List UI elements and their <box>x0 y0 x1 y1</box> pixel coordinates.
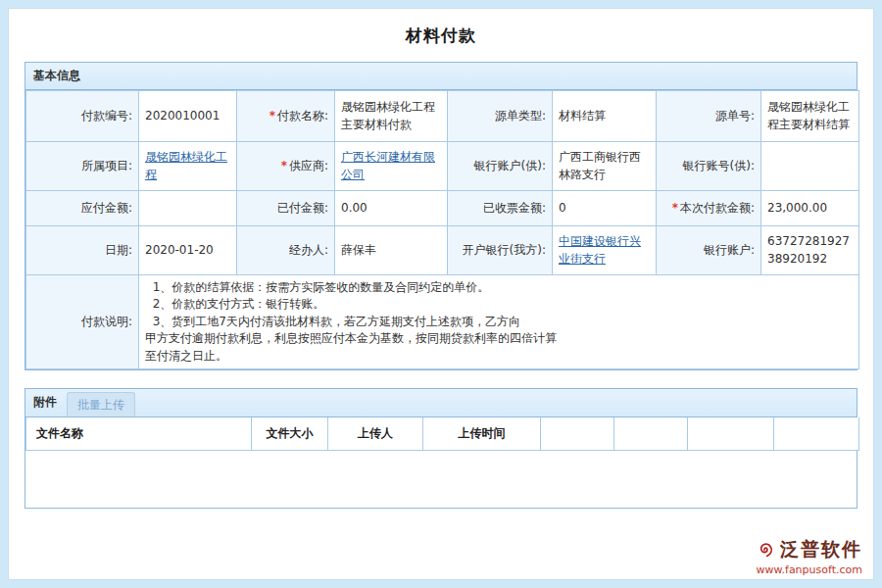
our-bank-label: 开户银行(我方): <box>448 226 553 275</box>
col-file-size: 文件大小 <box>252 417 328 451</box>
our-bank-account-value: 6372728192738920192 <box>761 226 859 275</box>
payment-no-label: 付款编号: <box>26 91 139 142</box>
fanpu-spiral-icon <box>753 538 776 562</box>
brand-row: 泛普软件 <box>753 537 862 563</box>
our-bank-value: 中国建设银行兴业街支行 <box>553 226 657 275</box>
basic-info-table: 付款编号: 2020010001 *付款名称: 晟铭园林绿化工程主要材料付款 源… <box>25 90 859 369</box>
required-mark: * <box>270 109 275 122</box>
attachments-table: 文件名称 文件大小 上传人 上传时间 <box>25 417 859 451</box>
required-mark: * <box>281 159 287 172</box>
batch-upload-button[interactable]: 批量上传 <box>67 392 135 416</box>
supplier-bank-account-label: 银行账户(供): <box>448 142 553 191</box>
attachments-header: 附件 批量上传 <box>25 389 857 417</box>
basic-info-section: 基本信息 付款编号: 2020010001 *付款名称: 晟铭园林绿化工程主要材… <box>24 62 858 370</box>
invoiced-amount-label: 已收票金额: <box>448 191 553 226</box>
col-empty-3 <box>688 417 774 451</box>
table-row: 付款编号: 2020010001 *付款名称: 晟铭园林绿化工程主要材料付款 源… <box>26 91 859 142</box>
required-mark: * <box>672 201 678 215</box>
supplier-label-text: 供应商: <box>289 159 328 172</box>
project-label: 所属项目: <box>26 142 139 191</box>
source-no-label: 源单号: <box>657 91 761 142</box>
footer-brand: 泛普软件 www.fanpusoft.com <box>753 537 862 576</box>
col-upload-time: 上传时间 <box>423 417 541 451</box>
supplier-label: *供应商: <box>237 142 335 191</box>
project-link[interactable]: 晟铭园林绿化工程 <box>145 150 227 180</box>
brand-name: 泛普软件 <box>780 537 862 563</box>
payment-notes-value: 1、价款的结算依据：按需方实际签收的数量及合同约定的单价。 2、价款的支付方式：… <box>139 275 859 369</box>
source-type-value: 材料结算 <box>553 91 657 142</box>
handler-value: 薛保丰 <box>335 226 448 275</box>
paid-amount-value: 0.00 <box>335 191 448 226</box>
handler-label: 经办人: <box>237 226 335 275</box>
attachments-header-row: 文件名称 文件大小 上传人 上传时间 <box>26 417 859 451</box>
supplier-bank-account-value: 广西工商银行西林路支行 <box>553 142 657 191</box>
project-value: 晟铭园林绿化工程 <box>139 142 237 191</box>
supplier-value: 广西长河建材有限公司 <box>335 142 448 191</box>
our-bank-link[interactable]: 中国建设银行兴业街支行 <box>559 234 641 265</box>
attachments-section: 附件 批量上传 文件名称 文件大小 上传人 上传时间 <box>24 388 858 509</box>
supplier-bank-no-label: 银行账号(供): <box>657 142 761 191</box>
col-file-name: 文件名称 <box>26 417 252 451</box>
current-payment-label: *本次付款金额: <box>657 191 761 226</box>
payment-name-label: *付款名称: <box>237 91 335 142</box>
current-payment-value: 23,000.00 <box>761 191 859 226</box>
payable-amount-label: 应付金额: <box>26 191 139 226</box>
table-row: 日期: 2020-01-20 经办人: 薛保丰 开户银行(我方): 中国建设银行… <box>26 226 859 275</box>
supplier-bank-no-value <box>761 142 859 191</box>
supplier-link[interactable]: 广西长河建材有限公司 <box>341 150 435 180</box>
col-empty-4 <box>774 417 859 451</box>
payment-name-label-text: 付款名称: <box>277 109 328 122</box>
date-label: 日期: <box>26 226 139 275</box>
paid-amount-label: 已付金额: <box>237 191 335 226</box>
invoiced-amount-value: 0 <box>553 191 657 226</box>
page-title: 材料付款 <box>9 9 873 62</box>
col-empty-1 <box>541 417 614 451</box>
source-no-value: 晟铭园林绿化工程主要材料结算 <box>761 91 859 142</box>
payable-amount-value <box>139 191 237 226</box>
payment-notes-label: 付款说明: <box>26 275 139 369</box>
attachments-title: 附件 <box>33 394 57 416</box>
table-row: 付款说明: 1、价款的结算依据：按需方实际签收的数量及合同约定的单价。 2、价款… <box>26 275 859 369</box>
table-row: 所属项目: 晟铭园林绿化工程 *供应商: 广西长河建材有限公司 银行账户(供):… <box>26 142 859 191</box>
date-value: 2020-01-20 <box>139 226 237 275</box>
col-empty-2 <box>614 417 688 451</box>
current-payment-label-text: 本次付款金额: <box>680 201 755 215</box>
col-uploader: 上传人 <box>328 417 423 451</box>
source-type-label: 源单类型: <box>448 91 553 142</box>
payment-name-value: 晟铭园林绿化工程主要材料付款 <box>335 91 448 142</box>
brand-url[interactable]: www.fanpusoft.com <box>753 564 862 576</box>
attachments-empty-area <box>25 451 857 508</box>
our-bank-account-label: 银行账户: <box>657 226 761 275</box>
payment-no-value: 2020010001 <box>139 91 237 142</box>
table-row: 应付金额: 已付金额: 0.00 已收票金额: 0 *本次付款金额: 23,00… <box>26 191 859 226</box>
basic-info-header: 基本信息 <box>25 63 857 90</box>
main-panel: 材料付款 基本信息 付款编号: 2020010001 *付款名称: 晟铭园林绿化… <box>8 8 874 580</box>
